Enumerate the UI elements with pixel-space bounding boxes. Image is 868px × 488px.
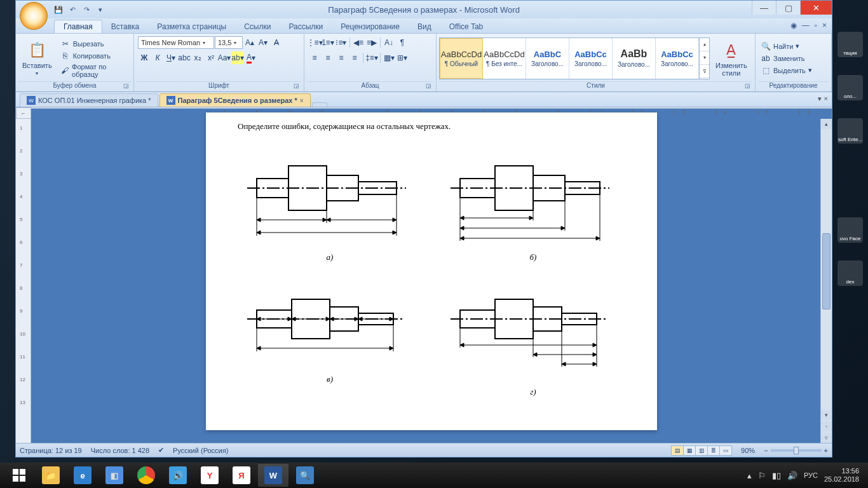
tab-close-icon[interactable]: × — [300, 97, 304, 104]
taskbar-app[interactable]: ◧ — [99, 464, 130, 487]
tray-flag-icon[interactable]: ⚐ — [758, 471, 766, 480]
taskbar-yandex2[interactable]: Я — [226, 464, 257, 487]
zoom-out-icon[interactable]: − — [764, 447, 768, 454]
style-no-spacing[interactable]: AaBbCcDd¶ Без инте... — [483, 38, 526, 79]
tray-volume-icon[interactable]: 🔊 — [787, 471, 797, 480]
change-styles-button[interactable]: A̲ Изменить стили — [712, 39, 751, 78]
qat-save-icon[interactable]: 💾 — [53, 4, 64, 15]
tab-references[interactable]: Ссылки — [235, 20, 280, 33]
copy-button[interactable]: ⎘Копировать — [58, 50, 131, 62]
clipboard-launcher-icon[interactable]: ◲ — [122, 83, 130, 90]
tab-home[interactable]: Главная — [54, 20, 102, 33]
multilevel-icon[interactable]: ⁝≡▾ — [335, 36, 348, 49]
tray-clock[interactable]: 13:56 25.02.2018 — [824, 467, 859, 484]
page-indicator[interactable]: Страница: 12 из 19 — [20, 447, 82, 454]
borders-icon[interactable]: ⊞▾ — [396, 51, 409, 64]
minimize-button[interactable]: — — [752, 1, 776, 15]
paste-button[interactable]: 📋 Вставить ▾ — [18, 39, 56, 78]
highlight-icon[interactable]: ab▾ — [231, 51, 244, 64]
maximize-button[interactable]: ▢ — [776, 1, 800, 15]
tray-network-icon[interactable]: ▮▯ — [772, 471, 781, 480]
numbering-icon[interactable]: 1≡▾ — [322, 36, 334, 49]
document-page[interactable]: Определите ошибки, содержащиеся на остал… — [206, 112, 657, 430]
bullets-icon[interactable]: ⋮≡▾ — [308, 36, 321, 49]
new-tab-button[interactable] — [312, 102, 327, 107]
gallery-up-icon[interactable]: ▴ — [700, 38, 709, 51]
indent-increase-icon[interactable]: ≡▶ — [365, 36, 378, 49]
zoom-in-icon[interactable]: + — [824, 447, 828, 454]
font-name-combo[interactable]: Times New Roman▾ — [138, 36, 214, 49]
proofing-icon[interactable]: ✔ — [158, 446, 164, 454]
ribbon-minimize-icon[interactable]: — — [802, 21, 810, 30]
tab-review[interactable]: Рецензирование — [332, 20, 409, 33]
gallery-expand-icon[interactable]: ⊽ — [700, 65, 709, 78]
style-heading1[interactable]: AaBbCЗаголово... — [526, 38, 569, 79]
tab-office-tab[interactable]: Office Tab — [440, 20, 492, 33]
tab-mailings[interactable]: Рассылки — [280, 20, 332, 33]
font-launcher-icon[interactable]: ◲ — [292, 83, 300, 90]
sort-icon[interactable]: A↓ — [383, 36, 395, 49]
desktop-shortcut[interactable]: soft Ente... — [837, 118, 863, 144]
superscript-icon[interactable]: x² — [205, 51, 217, 64]
next-page-icon[interactable]: ▿ — [821, 433, 832, 443]
justify-icon[interactable]: ≡ — [348, 51, 361, 64]
language-indicator[interactable]: Русский (Россия) — [173, 447, 228, 454]
scroll-down-icon[interactable]: ▾ — [821, 410, 832, 420]
style-title[interactable]: AaBbЗаголово... — [613, 38, 656, 79]
font-size-combo[interactable]: 13,5▾ — [215, 36, 243, 49]
desktop-shortcut[interactable]: тация — [837, 32, 863, 57]
taskbar-yandex[interactable]: Y — [194, 464, 225, 487]
shading-icon[interactable]: ▦▾ — [383, 51, 395, 64]
grow-font-icon[interactable]: A▴ — [243, 36, 256, 49]
doc-restore-icon[interactable]: ▫ — [815, 21, 817, 30]
gallery-down-icon[interactable]: ▾ — [700, 51, 709, 65]
desktop-shortcut[interactable]: dex — [837, 261, 863, 286]
find-button[interactable]: 🔍Найти ▾ — [758, 41, 815, 52]
taskbar-ie[interactable]: e — [67, 464, 98, 487]
paragraph-launcher-icon[interactable]: ◲ — [424, 83, 432, 90]
taskbar-chrome[interactable] — [131, 464, 161, 487]
style-subtitle[interactable]: AaBbCcЗаголово... — [656, 38, 699, 79]
tray-expand-icon[interactable]: ▴ — [747, 471, 752, 480]
vertical-ruler[interactable]: 12345678910111213 — [16, 119, 31, 443]
desktop-shortcut[interactable]: оло... — [837, 75, 863, 100]
taskbar-explorer[interactable]: 📁 — [36, 464, 66, 487]
desktop-shortcut[interactable]: ovo Face — [837, 217, 863, 243]
zoom-label[interactable]: 90% — [741, 447, 755, 454]
start-button[interactable] — [4, 464, 34, 487]
show-marks-icon[interactable]: ¶ — [396, 36, 409, 49]
taskbar-app2[interactable]: 🔊 — [163, 464, 193, 487]
zoom-slider-track[interactable] — [771, 449, 822, 452]
doc-close-icon[interactable]: × — [822, 21, 827, 30]
align-right-icon[interactable]: ≡ — [335, 51, 348, 64]
qat-undo-icon[interactable]: ↶ — [67, 4, 78, 15]
format-painter-button[interactable]: 🖌Формат по образцу — [58, 62, 131, 79]
tabs-close-icon[interactable]: × — [824, 95, 828, 103]
draft-view-icon[interactable]: ▭ — [719, 445, 732, 456]
doc-tab-2[interactable]: W Параграф 5Сведения о размерах * × — [159, 93, 311, 107]
ruler-toggle[interactable]: ⌐ — [16, 107, 31, 119]
tray-language[interactable]: РУС — [804, 471, 818, 479]
taskbar-magnifier[interactable]: 🔍 — [290, 464, 320, 487]
qat-more-icon[interactable]: ▾ — [95, 4, 106, 15]
tab-page-layout[interactable]: Разметка страницы — [148, 20, 235, 33]
underline-icon[interactable]: Ч▾ — [165, 51, 177, 64]
tab-view[interactable]: Вид — [409, 20, 440, 33]
line-spacing-icon[interactable]: ‡≡▾ — [365, 51, 378, 64]
web-view-icon[interactable]: ▥ — [695, 445, 708, 456]
doc-tab-1[interactable]: W КОС ОП.01 Инженерная графика * — [20, 93, 158, 107]
font-color-icon[interactable]: A▾ — [245, 51, 257, 64]
align-center-icon[interactable]: ≡ — [322, 51, 334, 64]
subscript-icon[interactable]: x₂ — [191, 51, 204, 64]
vertical-scrollbar[interactable]: ▴ ▾ ◦ ▿ — [820, 119, 832, 443]
outline-view-icon[interactable]: ≣ — [707, 445, 720, 456]
zoom-slider-thumb[interactable] — [794, 447, 799, 454]
office-button[interactable] — [20, 2, 48, 30]
strike-icon[interactable]: abc — [178, 51, 191, 64]
select-button[interactable]: ⬚Выделить ▾ — [758, 65, 815, 76]
tabs-dropdown-icon[interactable]: ▾ — [818, 95, 822, 103]
horizontal-ruler[interactable]: ·1···1···2···3···4···5···6···7···8···9··… — [31, 107, 832, 109]
style-normal[interactable]: AaBbCcDd¶ Обычный — [440, 38, 483, 79]
qat-redo-icon[interactable]: ↷ — [81, 4, 92, 15]
align-left-icon[interactable]: ≡ — [308, 51, 321, 64]
